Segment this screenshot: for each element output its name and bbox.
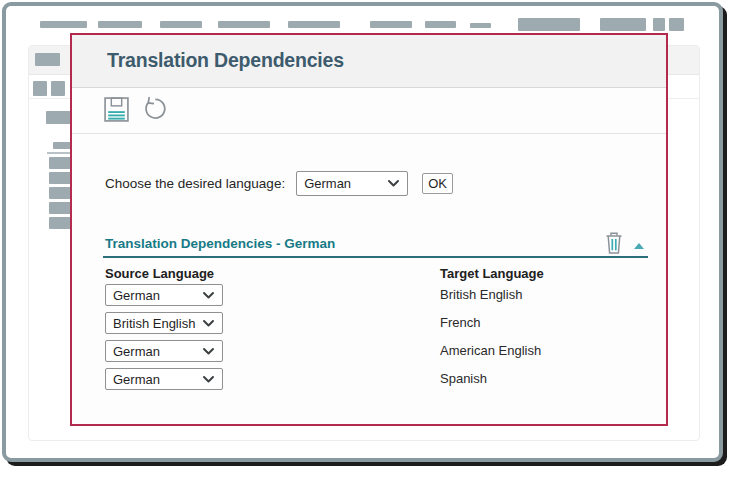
chevron-down-icon bbox=[202, 344, 215, 359]
redacted-list-item bbox=[49, 202, 71, 214]
dialog-header: Translation Dependencies bbox=[72, 35, 666, 88]
redacted-block bbox=[46, 111, 71, 124]
ok-button[interactable]: OK bbox=[422, 173, 453, 194]
redacted-block bbox=[51, 81, 65, 96]
redacted-nav-bar bbox=[218, 21, 270, 28]
chevron-down-icon bbox=[202, 316, 215, 331]
section-underline bbox=[103, 256, 648, 258]
redacted-nav-button bbox=[669, 18, 684, 31]
section-title: Translation Dependencies - German bbox=[105, 236, 335, 251]
redacted-line bbox=[47, 152, 72, 154]
chevron-up-icon bbox=[634, 243, 644, 249]
app-window-frame: Translation Dependencies bbox=[2, 2, 723, 462]
source-language-value: German bbox=[113, 344, 160, 359]
table-row: German British English bbox=[105, 284, 650, 312]
redacted-nav-bar bbox=[98, 21, 142, 28]
save-button[interactable] bbox=[102, 96, 130, 126]
redacted-nav-button bbox=[653, 18, 665, 31]
collapse-section-button[interactable] bbox=[631, 235, 647, 251]
redacted-nav-bar bbox=[470, 23, 491, 28]
undo-button[interactable] bbox=[140, 95, 168, 125]
source-language-value: British English bbox=[113, 316, 195, 331]
redacted-tab bbox=[35, 53, 60, 66]
language-select-value: German bbox=[304, 176, 351, 191]
redacted-list-item bbox=[49, 172, 71, 184]
source-language-header: Source Language bbox=[105, 266, 214, 281]
redacted-nav-bar bbox=[425, 21, 456, 28]
redacted-nav-button bbox=[600, 18, 646, 31]
dialog-title: Translation Dependencies bbox=[107, 49, 344, 72]
language-select[interactable]: German bbox=[296, 171, 408, 196]
target-language-value: British English bbox=[440, 284, 522, 306]
source-language-select-1[interactable]: German bbox=[105, 284, 223, 306]
screenshot-stage: Translation Dependencies bbox=[0, 0, 742, 479]
delete-section-button[interactable] bbox=[603, 231, 625, 255]
redacted-list-item bbox=[49, 187, 71, 199]
source-language-select-3[interactable]: German bbox=[105, 340, 223, 362]
source-language-select-2[interactable]: British English bbox=[105, 312, 223, 334]
target-language-value: French bbox=[440, 312, 480, 334]
save-icon bbox=[103, 111, 130, 126]
undo-icon bbox=[141, 110, 168, 125]
redacted-nav-button bbox=[518, 18, 580, 31]
redacted-nav-bar bbox=[40, 21, 87, 28]
redacted-nav-bar bbox=[288, 21, 340, 28]
source-language-select-4[interactable]: German bbox=[105, 368, 223, 390]
redacted-list-item bbox=[49, 217, 71, 229]
redacted-nav-bar bbox=[370, 21, 412, 28]
redacted-block bbox=[33, 81, 47, 96]
redacted-nav-bar bbox=[160, 21, 202, 28]
chevron-down-icon bbox=[202, 288, 215, 303]
target-language-header: Target Language bbox=[440, 266, 544, 281]
toolbar-divider bbox=[72, 133, 666, 134]
source-language-value: German bbox=[113, 372, 160, 387]
language-chooser-label: Choose the desired language: bbox=[105, 176, 285, 191]
table-row: British English French bbox=[105, 312, 650, 340]
redacted-block bbox=[53, 142, 71, 149]
dependency-table: German British English British English bbox=[105, 284, 650, 396]
target-language-value: Spanish bbox=[440, 368, 487, 390]
table-row: German American English bbox=[105, 340, 650, 368]
redacted-list-item bbox=[49, 157, 71, 169]
language-chooser-row: Choose the desired language: German OK bbox=[105, 169, 453, 197]
chevron-down-icon bbox=[202, 372, 215, 387]
target-language-value: American English bbox=[440, 340, 541, 362]
table-row: German Spanish bbox=[105, 368, 650, 396]
translation-dependencies-dialog: Translation Dependencies bbox=[70, 33, 668, 426]
source-language-value: German bbox=[113, 288, 160, 303]
chevron-down-icon bbox=[387, 176, 400, 191]
